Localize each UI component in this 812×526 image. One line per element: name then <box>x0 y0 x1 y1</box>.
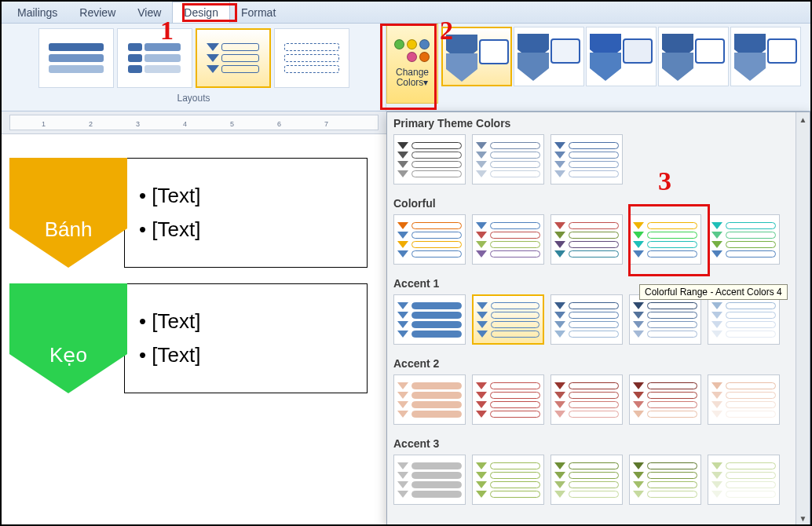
annotation-box-1 <box>182 3 237 22</box>
ribbon-tabs: Mailings Review View Design Format <box>2 2 810 24</box>
smartart-textbox[interactable]: • [Text]• [Text] <box>124 158 368 268</box>
svg-marker-9 <box>734 53 766 81</box>
tab-format[interactable]: Format <box>230 2 287 23</box>
annotation-box-2 <box>380 24 437 110</box>
panel-row <box>387 291 810 352</box>
color-swatch[interactable] <box>629 455 701 505</box>
smartart-chevron[interactable]: Bánh <box>9 158 127 268</box>
layout-gallery <box>37 27 351 89</box>
color-swatch[interactable] <box>550 214 623 265</box>
scroll-down-icon[interactable]: ▼ <box>796 511 810 525</box>
style-item-5[interactable] <box>730 27 801 86</box>
layout-item-3-selected[interactable] <box>196 28 271 88</box>
color-swatch[interactable] <box>550 455 623 505</box>
color-swatch[interactable] <box>708 455 780 505</box>
swatch-tooltip: Colorful Range - Accent Colors 4 <box>639 284 788 300</box>
style-item-4[interactable] <box>658 27 729 86</box>
color-swatch[interactable] <box>472 455 544 505</box>
tab-review[interactable]: Review <box>68 2 126 23</box>
scroll-up-icon[interactable]: ▲ <box>796 112 810 126</box>
annotation-2: 2 <box>440 16 453 46</box>
smartart-row[interactable]: Kẹo• [Text]• [Text] <box>9 283 386 393</box>
layouts-group-label: Layouts <box>177 93 210 104</box>
color-swatch[interactable] <box>708 294 780 345</box>
smartart-bullet[interactable]: • [Text] <box>139 343 353 367</box>
smartart-bullet[interactable]: • [Text] <box>139 184 353 208</box>
svg-marker-5 <box>590 53 621 81</box>
color-swatch[interactable] <box>472 214 544 265</box>
color-swatch[interactable] <box>629 294 701 345</box>
color-swatch[interactable] <box>393 214 466 265</box>
smartart-row[interactable]: Bánh• [Text]• [Text] <box>9 158 386 268</box>
color-swatch[interactable] <box>550 294 623 345</box>
svg-marker-1 <box>446 53 477 82</box>
style-item-3[interactable] <box>586 27 657 86</box>
smartart-bullet[interactable]: • [Text] <box>139 217 353 242</box>
smartart-textbox[interactable]: • [Text]• [Text] <box>124 283 368 393</box>
color-swatch[interactable] <box>708 214 780 265</box>
panel-scrollbar[interactable]: ▲ ▼ <box>796 112 810 525</box>
color-swatch[interactable] <box>393 294 466 345</box>
panel-row <box>387 371 810 433</box>
annotation-1: 1 <box>160 16 174 46</box>
horizontal-ruler[interactable]: 1 2 3 4 5 6 7 <box>9 115 379 130</box>
layout-item-4[interactable] <box>274 28 349 88</box>
color-swatch[interactable] <box>472 134 544 184</box>
panel-row <box>387 211 810 272</box>
annotation-3: 3 <box>658 166 671 196</box>
color-swatch[interactable] <box>550 134 623 184</box>
panel-section-title: Colorful <box>387 192 810 211</box>
smartart-bullet[interactable]: • [Text] <box>139 309 353 334</box>
svg-marker-11 <box>9 283 127 393</box>
panel-section-title: Primary Theme Colors <box>387 112 810 131</box>
annotation-box-3 <box>628 204 710 276</box>
layout-item-1[interactable] <box>38 28 114 88</box>
color-swatch[interactable] <box>472 294 544 345</box>
color-swatch[interactable] <box>393 374 466 425</box>
panel-section-title: Accent 3 <box>387 433 810 451</box>
color-swatch[interactable] <box>708 374 780 425</box>
panel-row <box>387 131 810 192</box>
color-swatch[interactable] <box>629 374 701 425</box>
style-item-2[interactable] <box>514 27 584 86</box>
panel-row <box>387 451 810 513</box>
color-swatch[interactable] <box>472 374 544 425</box>
layout-item-2[interactable] <box>117 28 192 88</box>
ruler-frame: 1 2 3 4 5 6 7 <box>2 111 386 134</box>
smartart-chevron[interactable]: Kẹo <box>9 283 127 393</box>
color-swatch[interactable] <box>393 134 466 184</box>
panel-section-title: Accent 2 <box>387 352 810 371</box>
change-colors-dropdown: Primary Theme ColorsColorfulAccent 1Acce… <box>386 111 810 526</box>
smartart-styles-gallery <box>438 24 810 111</box>
tab-mailings[interactable]: Mailings <box>6 2 68 23</box>
smartart-graphic[interactable]: Bánh• [Text]• [Text]Kẹo• [Text]• [Text] <box>2 134 386 393</box>
document-area: 1 2 3 4 5 6 7 Bánh• [Text]• [Text]Kẹo• [… <box>2 111 386 526</box>
color-swatch[interactable] <box>393 455 466 505</box>
color-swatch[interactable] <box>550 374 623 425</box>
svg-marker-3 <box>518 53 549 81</box>
svg-marker-10 <box>9 158 127 268</box>
svg-marker-7 <box>662 53 693 81</box>
layouts-group: Layouts <box>2 24 386 111</box>
